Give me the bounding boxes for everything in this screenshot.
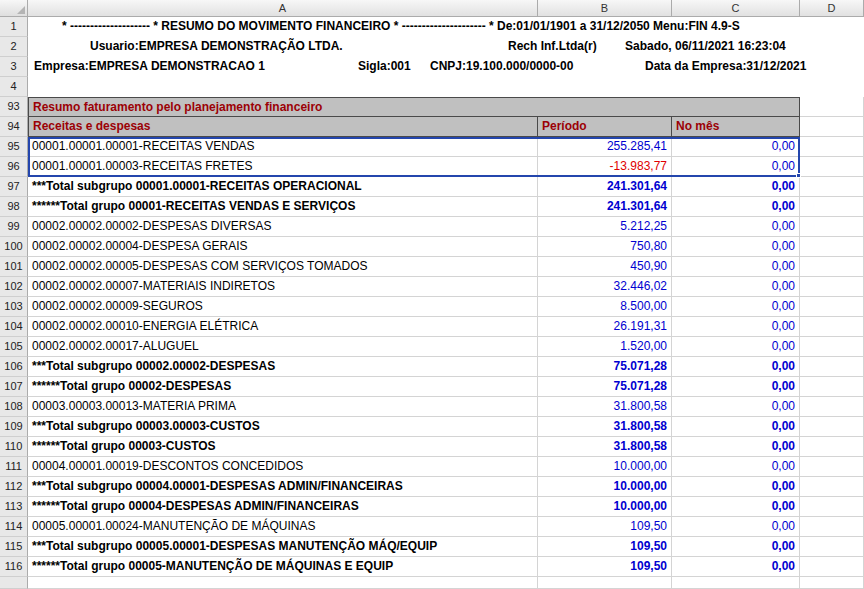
- cell-empty[interactable]: [800, 477, 864, 497]
- row-header-1[interactable]: 1: [0, 17, 28, 37]
- row-number[interactable]: 100: [0, 237, 28, 257]
- row-header-93[interactable]: 93: [0, 97, 28, 117]
- cell-label[interactable]: 00005.00001.00024-MANUTENÇÃO DE MÁQUINAS: [28, 517, 538, 537]
- cell-empty[interactable]: [800, 437, 864, 457]
- cell-empty[interactable]: [800, 197, 864, 217]
- cell-no-mes[interactable]: 0,00: [672, 457, 800, 477]
- cell-empty[interactable]: [800, 457, 864, 477]
- cell-label[interactable]: ******Total grupo 00005-MANUTENÇÃO DE MÁ…: [28, 557, 538, 577]
- cell-label[interactable]: 00001.00001.00003-RECEITAS FRETES: [28, 157, 538, 177]
- cell-no-mes[interactable]: 0,00: [672, 317, 800, 337]
- row-header-94[interactable]: 94: [0, 117, 28, 137]
- cell-periodo[interactable]: 255.285,41: [538, 137, 672, 157]
- cell-empty[interactable]: [800, 417, 864, 437]
- info-cell-4[interactable]: [28, 77, 864, 97]
- cell-empty[interactable]: [800, 257, 864, 277]
- cell-empty[interactable]: [800, 217, 864, 237]
- cell-label[interactable]: 00002.00002.00004-DESPESA GERAIS: [28, 237, 538, 257]
- cell-empty[interactable]: [800, 137, 864, 157]
- cell-label[interactable]: 00002.00002.00009-SEGUROS: [28, 297, 538, 317]
- cell-label[interactable]: 00002.00002.00007-MATERIAIS INDIRETOS: [28, 277, 538, 297]
- cell-periodo[interactable]: 31.800,58: [538, 397, 672, 417]
- cell-no-mes[interactable]: 0,00: [672, 297, 800, 317]
- cell-label[interactable]: 00002.00002.00005-DESPESAS COM SERVIÇOS …: [28, 257, 538, 277]
- cell-label[interactable]: ******Total grupo 00001-RECEITAS VENDAS …: [28, 197, 538, 217]
- cell-no-mes[interactable]: 0,00: [672, 397, 800, 417]
- cell-no-mes[interactable]: 0,00: [672, 237, 800, 257]
- select-all-button[interactable]: [0, 0, 28, 17]
- cell-empty[interactable]: [800, 497, 864, 517]
- cell-no-mes[interactable]: 0,00: [672, 437, 800, 457]
- cell-label[interactable]: 00002.00002.00010-ENERGIA ELÉTRICA: [28, 317, 538, 337]
- row-number[interactable]: 115: [0, 537, 28, 557]
- cell-label[interactable]: 00001.00001.00001-RECEITAS VENDAS: [28, 137, 538, 157]
- header-no-mes[interactable]: No mês: [672, 117, 800, 137]
- cell-periodo[interactable]: 5.212,25: [538, 217, 672, 237]
- cell-no-mes[interactable]: 0,00: [672, 257, 800, 277]
- row-header-2[interactable]: 2: [0, 37, 28, 57]
- cell-label[interactable]: ***Total subgrupo 00005.00001-DESPESAS M…: [28, 537, 538, 557]
- cell-label[interactable]: 00002.00002.00002-DESPESAS DIVERSAS: [28, 217, 538, 237]
- cell-no-mes[interactable]: 0,00: [672, 197, 800, 217]
- banner-cell[interactable]: Resumo faturamento pelo planejamento fin…: [28, 97, 800, 117]
- column-header-d[interactable]: D: [800, 0, 864, 17]
- cell-periodo[interactable]: 31.800,58: [538, 417, 672, 437]
- row-number[interactable]: 102: [0, 277, 28, 297]
- row-number[interactable]: 103: [0, 297, 28, 317]
- empty-cell[interactable]: [800, 97, 864, 117]
- cell-empty[interactable]: [800, 357, 864, 377]
- row-number[interactable]: 104: [0, 317, 28, 337]
- cell-label[interactable]: ******Total grupo 00004-DESPESAS ADMIN/F…: [28, 497, 538, 517]
- cell-no-mes[interactable]: 0,00: [672, 497, 800, 517]
- column-header-a[interactable]: A: [28, 0, 538, 17]
- cell-no-mes[interactable]: 0,00: [672, 337, 800, 357]
- row-number[interactable]: 107: [0, 377, 28, 397]
- cell-label[interactable]: ***Total subgrupo 00003.00003-CUSTOS: [28, 417, 538, 437]
- row-number[interactable]: 108: [0, 397, 28, 417]
- row-number[interactable]: 101: [0, 257, 28, 277]
- cell-no-mes[interactable]: 0,00: [672, 357, 800, 377]
- cell-empty[interactable]: [800, 177, 864, 197]
- cell-empty[interactable]: [800, 157, 864, 177]
- cell-no-mes[interactable]: 0,00: [672, 517, 800, 537]
- cell-no-mes[interactable]: 0,00: [672, 277, 800, 297]
- cell-label[interactable]: ******Total grupo 00002-DESPESAS: [28, 377, 538, 397]
- row-number[interactable]: 97: [0, 177, 28, 197]
- cell-periodo[interactable]: 241.301,64: [538, 197, 672, 217]
- cell-empty[interactable]: [800, 517, 864, 537]
- cell-periodo[interactable]: 75.071,28: [538, 377, 672, 397]
- cell-periodo[interactable]: 26.191,31: [538, 317, 672, 337]
- cell-periodo[interactable]: 109,50: [538, 517, 672, 537]
- column-header-c[interactable]: C: [672, 0, 800, 17]
- cell-label[interactable]: ******Total grupo 00003-CUSTOS: [28, 437, 538, 457]
- cell-empty[interactable]: [800, 397, 864, 417]
- cell-periodo[interactable]: 10.000,00: [538, 457, 672, 477]
- cell-periodo[interactable]: -13.983,77: [538, 157, 672, 177]
- empty-cell[interactable]: [28, 577, 538, 589]
- cell-empty[interactable]: [800, 557, 864, 577]
- cell-no-mes[interactable]: 0,00: [672, 537, 800, 557]
- cell-no-mes[interactable]: 0,00: [672, 177, 800, 197]
- cell-no-mes[interactable]: 0,00: [672, 217, 800, 237]
- cell-periodo[interactable]: 75.071,28: [538, 357, 672, 377]
- row-number[interactable]: 116: [0, 557, 28, 577]
- cell-empty[interactable]: [800, 297, 864, 317]
- info-cell-2[interactable]: Usuario:EMPRESA DEMONSTRAÇÃO LTDA. Rech …: [28, 37, 864, 57]
- cell-periodo[interactable]: 32.446,02: [538, 277, 672, 297]
- row-number[interactable]: 114: [0, 517, 28, 537]
- row-number[interactable]: 110: [0, 437, 28, 457]
- cell-empty[interactable]: [800, 377, 864, 397]
- row-number[interactable]: 112: [0, 477, 28, 497]
- cell-periodo[interactable]: 10.000,00: [538, 477, 672, 497]
- column-header-b[interactable]: B: [538, 0, 672, 17]
- cell-periodo[interactable]: 1.520,00: [538, 337, 672, 357]
- header-periodo[interactable]: Período: [538, 117, 672, 137]
- cell-label[interactable]: ***Total subgrupo 00002.00002-DESPESAS: [28, 357, 538, 377]
- cell-periodo[interactable]: 31.800,58: [538, 437, 672, 457]
- cell-periodo[interactable]: 241.301,64: [538, 177, 672, 197]
- row-number[interactable]: 98: [0, 197, 28, 217]
- row-header-3[interactable]: 3: [0, 57, 28, 77]
- cell-empty[interactable]: [800, 337, 864, 357]
- cell-periodo[interactable]: 10.000,00: [538, 497, 672, 517]
- cell-no-mes[interactable]: 0,00: [672, 137, 800, 157]
